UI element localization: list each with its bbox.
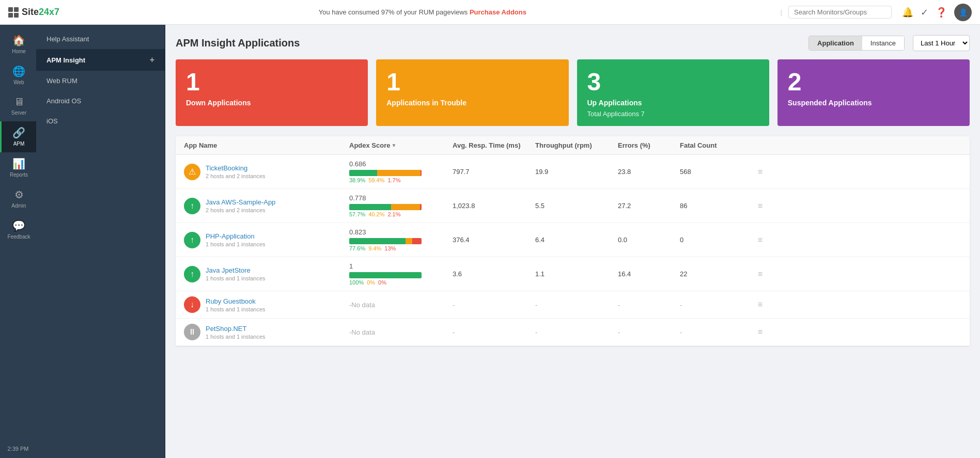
fatal-count-val: 86 xyxy=(680,202,742,210)
pct-red: 2.1% xyxy=(387,211,400,217)
trouble-count: 1 xyxy=(386,70,558,94)
app-link-java-jpetstore[interactable]: Java JpetStore xyxy=(206,266,251,274)
apdex-col: -No data xyxy=(349,328,453,336)
content-area: APM Insight Applications Application Ins… xyxy=(165,25,980,458)
apdex-bar xyxy=(349,204,422,210)
logo[interactable]: Site24x7 xyxy=(8,7,59,18)
sidebar-label-server: Server xyxy=(11,110,26,116)
admin-icon: ⚙ xyxy=(14,188,24,201)
apdex-cell: 1 100% 0% 0% xyxy=(349,262,453,286)
search-input[interactable] xyxy=(788,6,892,19)
row-menu-dots[interactable]: ≡ xyxy=(742,270,763,279)
stat-card-trouble[interactable]: 1 Applications in Trouble xyxy=(376,59,568,126)
apdex-score: 0.823 xyxy=(349,228,453,236)
brand-name: Site24x7 xyxy=(22,7,59,18)
suspended-count: 2 xyxy=(788,70,959,94)
pct-yellow: 40.2% xyxy=(368,211,384,217)
app-name-cell: ↑ Java JpetStore 1 hosts and 1 instances xyxy=(184,266,349,282)
fatal-count-val: 568 xyxy=(680,168,742,176)
sidebar-item-server[interactable]: 🖥 Server xyxy=(0,91,36,121)
apdex-bar xyxy=(349,238,422,244)
app-hosts: 2 hosts and 2 instances xyxy=(206,207,275,213)
home-icon: 🏠 xyxy=(12,34,25,46)
topbar: Site24x7 You have consumed 97% of your R… xyxy=(0,0,980,25)
status-icon-suspended: ⏸ xyxy=(184,324,200,340)
reports-icon: 📊 xyxy=(12,157,25,170)
avatar[interactable]: 👤 xyxy=(954,4,972,21)
pct-yellow: 9.4% xyxy=(368,245,381,251)
sidebar-item-web[interactable]: 🌐 Web xyxy=(0,60,36,91)
purchase-addons-link[interactable]: Purchase Addons xyxy=(470,8,526,16)
page-header: APM Insight Applications Application Ins… xyxy=(176,35,970,51)
plus-icon[interactable]: + xyxy=(150,55,154,65)
checkmark-icon[interactable]: ✓ xyxy=(921,7,928,18)
col-errors: Errors (%) xyxy=(618,141,680,149)
bar-green xyxy=(349,238,406,244)
nav-android-os[interactable]: Android OS xyxy=(36,91,165,111)
app-link-java-aws[interactable]: Java AWS-Sample-App xyxy=(206,198,275,206)
sidebar-item-home[interactable]: 🏠 Home xyxy=(0,29,36,60)
bar-red xyxy=(420,204,422,210)
stat-card-down[interactable]: 1 Down Applications xyxy=(176,59,368,126)
no-data-label: No data xyxy=(351,301,375,309)
fatal-count-val: 0 xyxy=(680,236,742,244)
bar-green xyxy=(349,204,391,210)
down-count: 1 xyxy=(186,70,357,94)
app-link-ruby-guestbook[interactable]: Ruby Guestbook xyxy=(206,297,256,305)
nav-ios[interactable]: iOS xyxy=(36,111,165,131)
main-layout: 🏠 Home 🌐 Web 🖥 Server 🔗 APM 📊 Reports ⚙ … xyxy=(0,25,980,458)
throughput-val: - xyxy=(535,328,618,336)
app-link-ticketbooking[interactable]: TicketBooking xyxy=(206,164,247,172)
throughput-val: 6.4 xyxy=(535,236,618,244)
server-icon: 🖥 xyxy=(14,96,24,108)
nav-apm-insight[interactable]: APM Insight + xyxy=(36,49,165,71)
errors-val: 27.2 xyxy=(618,202,680,210)
stat-card-suspended[interactable]: 2 Suspended Applications xyxy=(777,59,970,126)
errors-val: 23.8 xyxy=(618,168,680,176)
row-menu-dots[interactable]: ≡ xyxy=(742,235,763,245)
help-icon[interactable]: ❓ xyxy=(936,7,947,18)
fatal-count-val: 22 xyxy=(680,270,742,278)
sidebar: 🏠 Home 🌐 Web 🖥 Server 🔗 APM 📊 Reports ⚙ … xyxy=(0,25,36,458)
avg-resp-val: - xyxy=(453,328,535,336)
app-info: Java AWS-Sample-App 2 hosts and 2 instan… xyxy=(206,198,275,213)
sidebar-label-feedback: Feedback xyxy=(8,234,30,240)
pct-yellow: 59.4% xyxy=(368,177,384,183)
application-view-button[interactable]: Application xyxy=(809,36,862,50)
apdex-bar xyxy=(349,272,422,278)
stat-card-up[interactable]: 3 Up Applications Total Applications 7 xyxy=(577,59,769,126)
pct-red: 0% xyxy=(378,279,386,286)
row-menu-dots[interactable]: ≡ xyxy=(742,300,763,309)
sidebar-item-feedback[interactable]: 💬 Feedback xyxy=(0,214,36,245)
instance-view-button[interactable]: Instance xyxy=(862,36,904,50)
total-apps: Total Applications 7 xyxy=(587,110,759,118)
apdex-col: 0.686 38.9% 59.4% 1.7% xyxy=(349,160,453,183)
apdex-score: 0.686 xyxy=(349,160,453,168)
app-link-petshop-net[interactable]: PetShop.NET xyxy=(206,325,247,333)
app-link-php-application[interactable]: PHP-Application xyxy=(206,232,255,240)
row-menu-dots[interactable]: ≡ xyxy=(742,201,763,211)
bell-icon[interactable]: 🔔 xyxy=(902,7,913,18)
nav-web-rum[interactable]: Web RUM xyxy=(36,71,165,91)
row-menu-dots[interactable]: ≡ xyxy=(742,167,763,177)
status-icon-trouble: ⚠ xyxy=(184,164,200,180)
app-name-cell: ↓ Ruby Guestbook 1 hosts and 1 instances xyxy=(184,296,349,313)
sidebar-item-reports[interactable]: 📊 Reports xyxy=(0,152,36,183)
bar-red xyxy=(421,170,422,176)
trouble-label: Applications in Trouble xyxy=(386,99,558,107)
sidebar-label-admin: Admin xyxy=(11,203,26,209)
nav-help-assistant[interactable]: Help Assistant xyxy=(36,29,165,49)
app-hosts: 1 hosts and 1 instances xyxy=(206,241,266,247)
avg-resp-val: - xyxy=(453,301,535,309)
sidebar-item-admin[interactable]: ⚙ Admin xyxy=(0,183,36,214)
pct-green: 77.6% xyxy=(349,245,365,251)
row-menu-dots[interactable]: ≡ xyxy=(742,327,763,337)
app-hosts: 2 hosts and 2 instances xyxy=(206,173,266,179)
app-hosts: 1 hosts and 1 instances xyxy=(206,275,266,281)
bar-yellow xyxy=(377,170,420,176)
apdex-cell: 0.823 77.6% 9.4% 13% xyxy=(349,228,453,251)
sidebar-item-apm[interactable]: 🔗 APM xyxy=(0,121,36,152)
time-dropdown[interactable]: Last 1 Hour xyxy=(913,35,970,51)
avg-resp-val: 376.4 xyxy=(453,236,535,244)
throughput-val: 19.9 xyxy=(535,168,618,176)
